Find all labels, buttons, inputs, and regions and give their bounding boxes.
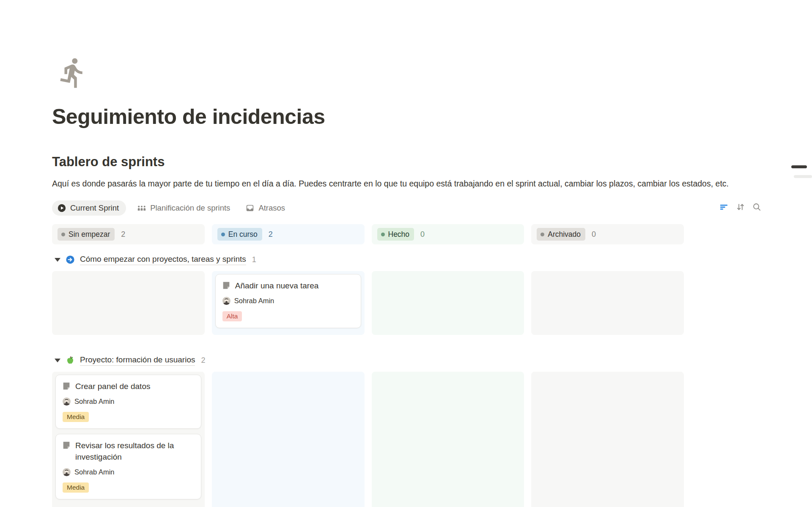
group-count: 2: [201, 356, 205, 365]
lane-hecho: [372, 372, 524, 507]
arrow-circle-icon: [66, 255, 75, 264]
page-icon: [222, 281, 231, 290]
column-header-sin-empezar: Sin empezar 2: [52, 224, 205, 244]
column-name: Sin empezar: [69, 230, 110, 239]
status-pill[interactable]: Sin empezar: [58, 228, 115, 241]
column-name: Hecho: [388, 230, 410, 239]
avatar: [63, 468, 71, 476]
view-toolbar: [719, 202, 762, 212]
column-header-hecho: Hecho 0: [372, 224, 524, 244]
board-description: Aquí es donde pasarás la mayor parte de …: [52, 177, 767, 190]
lane-sin-empezar: [52, 271, 205, 335]
people-icon: [137, 203, 146, 213]
card-revisar-resultados-investigacion[interactable]: Revisar los resultados de la investigaci…: [55, 434, 201, 499]
column-count: 2: [269, 230, 273, 239]
group-count: 1: [252, 255, 256, 264]
status-dot-icon: [540, 233, 544, 236]
card-crear-panel-de-datos[interactable]: Crear panel de datos Sohrab Amin Media: [55, 375, 201, 429]
filter-icon[interactable]: [719, 202, 729, 212]
page-icon: [62, 381, 71, 391]
status-dot-icon: [381, 233, 385, 236]
page-emoji-runner-icon[interactable]: [56, 56, 89, 89]
group-title-link[interactable]: Proyecto: formación de usuarios: [80, 355, 195, 366]
column-name: En curso: [228, 230, 258, 239]
status-pill[interactable]: En curso: [217, 228, 262, 241]
column-count: 2: [121, 230, 125, 239]
group-lanes: Añadir una nueva tarea Sohrab Amin Alta: [52, 271, 684, 335]
play-icon: [57, 203, 66, 213]
tab-planificacion-de-sprints[interactable]: Planificación de sprints: [137, 203, 230, 213]
lane-archivado: [531, 372, 684, 507]
board-heading: Tablero de sprints: [52, 154, 767, 170]
card-title: Añadir una nueva tarea: [235, 280, 319, 291]
notion-page: Seguimiento de incidencias Tablero de sp…: [0, 56, 812, 507]
board-column-headers: Sin empezar 2 En curso 2 Hecho 0 Archiva…: [52, 224, 684, 244]
assignee-name: Sohrab Amin: [74, 397, 114, 406]
tab-atrasos[interactable]: Atrasos: [245, 203, 285, 213]
group-lanes: Crear panel de datos Sohrab Amin Media: [52, 372, 684, 507]
priority-tag: Media: [63, 482, 89, 493]
status-dot-icon: [221, 233, 225, 236]
column-count: 0: [592, 230, 596, 239]
inbox-icon: [245, 203, 255, 213]
column-count: 0: [420, 230, 425, 239]
tab-label: Atrasos: [258, 203, 285, 213]
avatar: [222, 297, 230, 305]
column-header-archivado: Archivado 0: [531, 224, 684, 244]
collapse-toggle-icon[interactable]: [55, 359, 60, 362]
collapse-toggle-icon[interactable]: [55, 258, 60, 262]
tab-current-sprint[interactable]: Current Sprint: [52, 200, 126, 216]
lane-en-curso: [212, 372, 365, 507]
sort-icon[interactable]: [735, 202, 745, 212]
search-icon[interactable]: [752, 202, 762, 212]
avatar: [63, 397, 71, 406]
group-row-como-empezar: Cómo empezar con proyectos, tareas y spr…: [52, 254, 767, 266]
lane-hecho: [372, 271, 524, 335]
tab-label: Current Sprint: [70, 203, 119, 213]
column-name: Archivado: [548, 230, 581, 239]
lane-sin-empezar: Crear panel de datos Sohrab Amin Media: [52, 372, 205, 507]
assignee-name: Sohrab Amin: [234, 297, 274, 305]
lane-en-curso: Añadir una nueva tarea Sohrab Amin Alta: [212, 271, 365, 335]
window-edge-handle-secondary: [794, 175, 812, 178]
status-pill[interactable]: Hecho: [377, 228, 414, 241]
tab-label: Planificación de sprints: [150, 203, 230, 213]
page-title: Seguimiento de incidencias: [52, 104, 767, 129]
group-title-link[interactable]: Cómo empezar con proyectos, tareas y spr…: [80, 255, 246, 265]
window-edge-handle[interactable]: [791, 165, 807, 168]
green-apple-icon: [66, 356, 75, 365]
lane-archivado: [531, 271, 684, 335]
card-title: Crear panel de datos: [75, 381, 150, 392]
priority-tag: Alta: [222, 311, 242, 321]
column-header-en-curso: En curso 2: [212, 224, 365, 244]
card-anadir-una-nueva-tarea[interactable]: Añadir una nueva tarea Sohrab Amin Alta: [215, 274, 361, 328]
group-row-proyecto-formacion: Proyecto: formación de usuarios 2: [52, 354, 767, 366]
view-tabs: Current Sprint Planificación de sprints: [52, 200, 767, 217]
priority-tag: Media: [63, 412, 89, 422]
card-title: Revisar los resultados de la investigaci…: [75, 440, 195, 463]
assignee-name: Sohrab Amin: [74, 468, 114, 476]
status-dot-icon: [61, 233, 65, 236]
status-pill[interactable]: Archivado: [537, 228, 585, 241]
page-icon: [62, 441, 71, 450]
